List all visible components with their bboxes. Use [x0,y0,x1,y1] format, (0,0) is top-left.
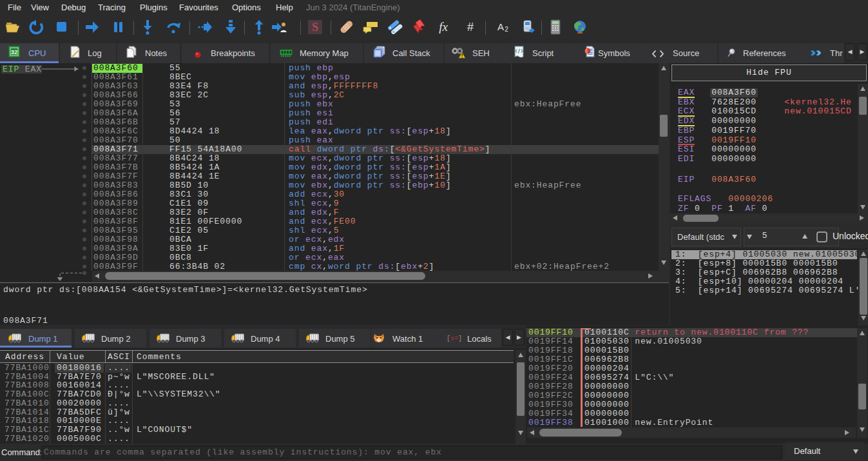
svg-text:32: 32 [11,48,17,55]
svg-text:S: S [312,21,318,34]
svg-text:#: # [467,21,474,34]
svg-text:A: A [497,21,504,32]
svg-text:2: 2 [505,26,508,33]
svg-text:fx: fx [439,20,448,34]
